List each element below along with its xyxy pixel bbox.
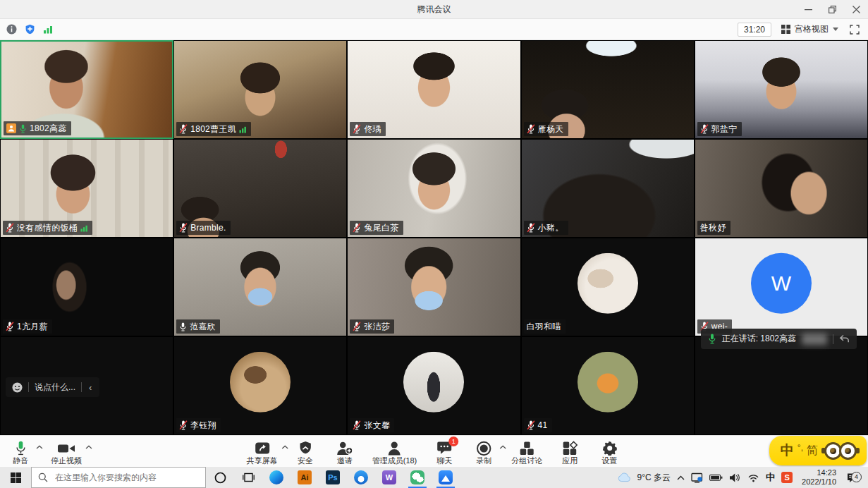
reply-arrow-icon[interactable] bbox=[839, 334, 850, 343]
chevron-up-icon[interactable] bbox=[36, 445, 43, 449]
fullscreen-button[interactable] bbox=[848, 23, 861, 36]
video-tile[interactable]: 41 bbox=[521, 336, 695, 435]
speaking-toast: 正在讲话: 1802高蕊 bbox=[701, 329, 857, 349]
control-共享屏幕[interactable]: 共享屏幕 bbox=[247, 438, 278, 465]
video-tile[interactable]: 郭盐宁 bbox=[695, 40, 868, 139]
video-tile[interactable]: 1802高蕊 bbox=[0, 40, 173, 139]
ime-mode-chinese[interactable]: 中 bbox=[781, 441, 794, 460]
weather-cloud-icon[interactable] bbox=[618, 472, 631, 482]
control-label: 聊天 bbox=[436, 456, 452, 465]
ime-skin-minion-eyes-icon[interactable] bbox=[821, 442, 860, 460]
weather-text[interactable]: 9°C 多云 bbox=[637, 472, 671, 484]
ime-tray-indicator[interactable]: 中 bbox=[766, 471, 775, 484]
video-tile[interactable]: Wwei- bbox=[695, 238, 868, 336]
control-聊天[interactable]: 1聊天 bbox=[432, 438, 456, 465]
clock-time: 14:23 bbox=[817, 468, 836, 477]
protection-shield-icon[interactable] bbox=[25, 24, 35, 35]
ime-status-bar[interactable]: 中 °, 简 bbox=[769, 436, 867, 465]
control-安全[interactable]: 安全 bbox=[293, 438, 317, 465]
taskbar-app-tencent-meeting[interactable] bbox=[432, 467, 460, 488]
taskbar-app-wechat[interactable] bbox=[403, 467, 432, 488]
video-tile[interactable]: 兔尾白茶 bbox=[347, 139, 520, 238]
video-tile[interactable]: 白羽和喵 bbox=[521, 238, 695, 336]
action-center-button[interactable]: 4 bbox=[843, 472, 861, 483]
view-switch-button[interactable]: 宫格视图 bbox=[778, 22, 841, 37]
start-button[interactable] bbox=[0, 467, 31, 488]
chevron-up-icon[interactable] bbox=[281, 445, 288, 449]
control-设置[interactable]: 设置 bbox=[597, 438, 621, 465]
video-tile[interactable]: Bramble. bbox=[173, 139, 347, 238]
battery-icon[interactable] bbox=[709, 474, 723, 482]
windows-logo-icon bbox=[11, 472, 21, 483]
mic-speaking-icon bbox=[19, 124, 27, 133]
chat-unread-badge: 1 bbox=[448, 437, 458, 446]
volume-icon[interactable] bbox=[729, 473, 741, 482]
close-icon bbox=[852, 6, 860, 13]
control-录制[interactable]: 录制 bbox=[472, 438, 496, 465]
participant-name-bar: 1802曹王凯 bbox=[176, 122, 251, 136]
quick-chat-bubble[interactable]: 说点什么... ‹ bbox=[6, 377, 99, 397]
chat-input-placeholder[interactable]: 说点什么... bbox=[35, 382, 75, 394]
chat-collapse-arrow[interactable]: ‹ bbox=[87, 382, 93, 393]
participant-name-bar: 小豬。 bbox=[524, 221, 568, 235]
control-静音[interactable]: 静音 bbox=[8, 438, 32, 465]
taskbar-app-edge[interactable] bbox=[262, 467, 291, 488]
video-tile[interactable]: 1亢月薪 bbox=[0, 238, 173, 336]
video-tile[interactable]: 昝秋妤 bbox=[695, 139, 868, 238]
restore-button[interactable] bbox=[820, 0, 844, 19]
tray-expand-icon[interactable] bbox=[677, 475, 685, 480]
video-tile[interactable]: 范嘉欣 bbox=[173, 238, 347, 336]
network-signal-icon[interactable] bbox=[43, 25, 53, 34]
avatar: W bbox=[751, 253, 812, 314]
meeting-info-icon[interactable] bbox=[6, 24, 17, 35]
close-button[interactable] bbox=[844, 0, 868, 19]
video-tile[interactable]: 张洁莎 bbox=[347, 238, 520, 336]
control-label: 安全 bbox=[298, 456, 313, 465]
taskbar-app-qq[interactable] bbox=[347, 467, 375, 488]
display-cast-icon[interactable] bbox=[691, 472, 703, 483]
control-label: 管理成员(18) bbox=[372, 456, 417, 465]
minimize-button[interactable] bbox=[796, 0, 820, 19]
video-tile[interactable]: 佟瑀 bbox=[347, 40, 520, 139]
participant-name: 小豬。 bbox=[538, 223, 564, 233]
control-邀请[interactable]: 邀请 bbox=[333, 438, 357, 465]
video-tile[interactable]: 小豬。 bbox=[521, 139, 695, 238]
illustrator-icon: Ai bbox=[298, 470, 312, 484]
search-input[interactable] bbox=[54, 472, 199, 483]
video-tile[interactable]: 雁杨天 bbox=[521, 40, 695, 139]
participant-name: 郭盐宁 bbox=[711, 124, 738, 134]
taskbar-search[interactable] bbox=[31, 467, 206, 488]
video-tile[interactable]: 没有感情的饭桶 bbox=[0, 139, 173, 238]
taskbar-app-task-view[interactable] bbox=[234, 467, 262, 488]
toast-divider bbox=[833, 334, 833, 344]
signal-bars-icon bbox=[80, 224, 88, 232]
network-wifi-icon[interactable] bbox=[747, 473, 759, 482]
taskbar-clock[interactable]: 14:23 2022/1/10 bbox=[802, 468, 836, 487]
chevron-up-icon[interactable] bbox=[499, 445, 506, 449]
participant-name-bar: 昝秋妤 bbox=[697, 221, 731, 235]
chevron-up-icon[interactable] bbox=[85, 445, 92, 449]
control-管理成员(18)[interactable]: 管理成员(18) bbox=[372, 438, 417, 465]
sogou-ime-icon[interactable]: S bbox=[781, 472, 793, 483]
ime-punctuation[interactable]: °, bbox=[797, 443, 803, 453]
taskbar-app-illustrator[interactable]: Ai bbox=[291, 467, 319, 488]
participant-name: 昝秋妤 bbox=[700, 223, 726, 233]
taskbar-app-cortana[interactable] bbox=[206, 467, 234, 488]
taskbar-app-photoshop[interactable]: Ps bbox=[319, 467, 347, 488]
video-tile[interactable]: 李钰翔 bbox=[173, 336, 347, 435]
avatar bbox=[577, 253, 638, 314]
emoji-smiley-icon[interactable] bbox=[12, 382, 23, 393]
video-tile[interactable]: 1802曹王凯 bbox=[173, 40, 347, 139]
ime-simplified[interactable]: 简 bbox=[807, 444, 818, 458]
control-应用[interactable]: 应用 bbox=[558, 438, 582, 465]
taskbar-app-wps[interactable]: W bbox=[375, 467, 403, 488]
mic-muted-icon bbox=[353, 124, 361, 134]
notification-count-badge: 4 bbox=[851, 472, 862, 482]
control-停止视频[interactable]: 停止视频 bbox=[51, 438, 82, 465]
participant-name-bar: 没有感情的饭桶 bbox=[3, 221, 92, 235]
control-label: 录制 bbox=[476, 456, 491, 465]
control-分组讨论[interactable]: 分组讨论 bbox=[511, 438, 542, 465]
video-tile[interactable]: 张文馨 bbox=[347, 336, 520, 435]
participant-name-bar: 1亢月薪 bbox=[3, 319, 52, 334]
speaking-mic-icon bbox=[708, 334, 716, 344]
